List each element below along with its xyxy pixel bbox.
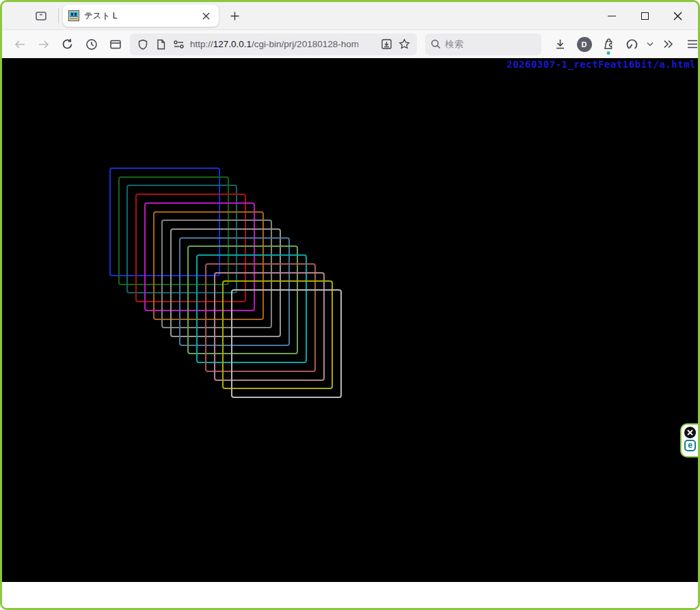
back-arrow-icon xyxy=(14,38,26,51)
tab-manager-button[interactable] xyxy=(103,34,127,55)
gauge-icon xyxy=(625,38,638,51)
double-chevron-icon xyxy=(663,40,673,49)
widget-e-button[interactable]: e xyxy=(684,440,696,451)
reload-icon xyxy=(62,38,73,50)
hamburger-icon xyxy=(687,40,698,49)
download-icon xyxy=(554,38,566,50)
titlebar: テスト L xyxy=(2,2,698,29)
gauge-extension-button[interactable] xyxy=(620,34,644,55)
shield-icon xyxy=(137,39,148,50)
page-icon xyxy=(156,39,166,50)
navbar-right-icons: D xyxy=(548,34,700,55)
star-icon xyxy=(399,38,410,50)
account-extension-button[interactable]: D xyxy=(572,34,596,55)
url-host: 127.0.0.1 xyxy=(213,39,252,49)
forward-button[interactable] xyxy=(31,34,55,55)
menu-button[interactable] xyxy=(680,34,700,55)
forward-arrow-icon xyxy=(38,38,50,51)
close-icon xyxy=(673,12,682,21)
url-fade-overlay xyxy=(354,39,377,49)
clock-icon xyxy=(85,38,98,51)
navbar: http://127.0.0.1/cgi-bin/prj/20180128-ho… xyxy=(2,29,698,58)
extension-notification-dot xyxy=(606,51,610,55)
new-tab-button[interactable] xyxy=(224,5,245,26)
feature-rect-14 xyxy=(231,289,342,398)
widget-close-icon xyxy=(687,429,693,436)
minimize-button[interactable] xyxy=(598,5,625,26)
page-bottom-strip xyxy=(2,582,698,608)
firefox-view-button[interactable] xyxy=(29,5,53,26)
browser-window-icon xyxy=(109,38,122,51)
save-page-button[interactable] xyxy=(377,36,395,53)
reload-button[interactable] xyxy=(55,34,79,55)
downloads-button[interactable] xyxy=(548,34,572,55)
tab[interactable]: テスト L xyxy=(63,5,219,27)
minimize-icon xyxy=(608,16,616,16)
tab-favicon-icon xyxy=(68,10,79,21)
widget-close-button[interactable] xyxy=(684,427,696,438)
url-scheme: http:// xyxy=(190,39,213,49)
chevron-down-icon xyxy=(647,42,654,47)
permissions-toggle-icon xyxy=(173,40,185,49)
tab-close-button[interactable] xyxy=(198,8,213,23)
url-bar[interactable]: http://127.0.0.1/cgi-bin/prj/20180128-ho… xyxy=(130,34,417,55)
back-button[interactable] xyxy=(8,34,31,55)
tracking-protection-button[interactable] xyxy=(134,36,152,53)
overflow-button[interactable] xyxy=(656,34,680,55)
page-content: 20260307-1_rectFeat16bit/a.html e xyxy=(2,58,698,582)
maximize-button[interactable] xyxy=(631,5,658,26)
firefox-view-icon xyxy=(34,9,48,23)
permissions-button[interactable] xyxy=(170,36,187,53)
site-info-button[interactable] xyxy=(152,36,170,53)
search-bar[interactable] xyxy=(425,34,541,55)
history-button[interactable] xyxy=(79,34,103,55)
side-widget[interactable]: e xyxy=(680,423,698,458)
extensions-button[interactable] xyxy=(596,34,620,55)
url-path: /cgi-bin/prj/20180128-hom xyxy=(252,39,359,49)
close-button[interactable] xyxy=(664,5,691,26)
gauge-dropdown-button[interactable] xyxy=(644,34,656,55)
search-icon xyxy=(431,39,441,49)
page-heading: 20260307-1_rectFeat16bit/a.html xyxy=(507,59,696,70)
maximize-icon xyxy=(641,12,649,20)
bookmark-star-button[interactable] xyxy=(395,36,413,53)
puzzle-piece-icon xyxy=(602,38,615,51)
plus-icon xyxy=(230,12,239,21)
browser-window: テスト L xyxy=(0,0,700,610)
titlebar-separator xyxy=(58,8,59,23)
url-text: http://127.0.0.1/cgi-bin/prj/20180128-ho… xyxy=(190,39,377,49)
d-badge-icon: D xyxy=(577,37,592,52)
tab-title: テスト L xyxy=(84,10,193,22)
search-input[interactable] xyxy=(445,39,520,49)
save-page-icon xyxy=(381,38,392,50)
